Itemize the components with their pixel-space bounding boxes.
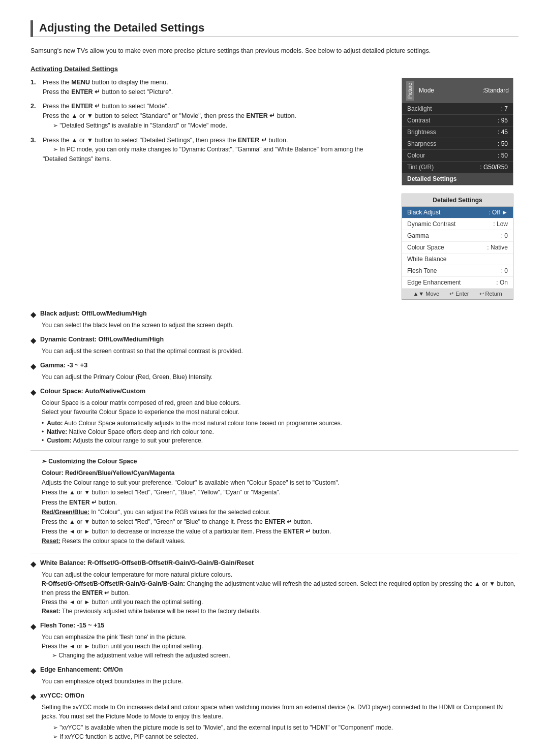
activating-heading: Activating Detailed Settings: [30, 65, 518, 73]
menu-row-tint: Tint (G/R): G50/R50: [402, 162, 513, 173]
main-layout: 1. Press the MENU button to display the …: [30, 78, 518, 300]
page-container: Adjusting the Detailed Settings Samsung'…: [30, 20, 518, 756]
diamond-icon-2: ◆: [30, 336, 36, 344]
intro-text: Samsung's new TVs allow you to make even…: [30, 46, 518, 56]
diamond-icon-7: ◆: [30, 667, 36, 675]
step-3-num: 3.: [30, 136, 39, 164]
picture-menu-box: Picture Mode :Standard Backlight: 7 Cont…: [402, 78, 513, 185]
detailed-row-gamma: Gamma: 0: [402, 230, 513, 242]
instructions: 1. Press the MENU button to display the …: [30, 78, 386, 300]
bullet-dynamic-contrast-header: ◆ Dynamic Contrast: Off/Low/Medium/High: [30, 336, 518, 344]
bullet-colour-space-header: ◆ Colour Space: Auto/Native/Custom: [30, 388, 518, 396]
colour-space-custom: Custom: Adjusts the colour range to suit…: [42, 437, 518, 444]
page-title: Adjusting the Detailed Settings: [30, 20, 518, 37]
detailed-menu-title: Detailed Settings: [402, 194, 513, 207]
menu-row-brightness: Brightness: 45: [402, 127, 513, 138]
step-2-num: 2.: [30, 102, 39, 130]
step-3: 3. Press the ▲ or ▼ button to select "De…: [30, 136, 386, 164]
step-1-num: 1.: [30, 78, 39, 97]
menu-mode-label: Mode: [417, 87, 479, 94]
bullet-black-adjust-body: You can select the black level on the sc…: [42, 321, 518, 330]
customizing-body: Colour: Red/Green/Blue/Yellow/Cyan/Magen…: [42, 468, 518, 547]
xvycc-notes: "xvYCC" is available when the picture mo…: [42, 723, 518, 741]
xvycc-note-2: If xvYCC function is active, PIP cannot …: [53, 732, 518, 741]
detailed-row-black: Black Adjust: Off ►: [402, 207, 513, 218]
bullet-gamma-header: ◆ Gamma: -3 ~ +3: [30, 362, 518, 370]
bullet-white-balance-body: You can adjust the colour temperature fo…: [42, 570, 518, 616]
bullet-colour-space: ◆ Colour Space: Auto/Native/Custom Colou…: [30, 388, 518, 444]
step-2-content: Press the ENTER ↵ button to select "Mode…: [43, 102, 296, 130]
menu-mode-value: :Standard: [482, 87, 509, 94]
menu-row-sharpness: Sharpness: 50: [402, 138, 513, 150]
bullet-xvycc: ◆ xvYCC: Off/On Setting the xvYCC mode t…: [30, 692, 518, 741]
diamond-icon-5: ◆: [30, 560, 36, 568]
bullet-colour-space-body: Colour Space is a colour matrix composed…: [42, 398, 518, 417]
diamond-icon-6: ◆: [30, 622, 36, 631]
separator-2: [30, 553, 518, 553]
step-2: 2. Press the ENTER ↵ button to select "M…: [30, 102, 386, 130]
customizing-section: Customizing the Colour Space Colour: Red…: [42, 457, 518, 547]
colour-space-subitems: Auto: Auto Colour Space automatically ad…: [42, 420, 518, 444]
bullet-gamma: ◆ Gamma: -3 ~ +3 You can adjust the Prim…: [30, 362, 518, 382]
detailed-menu-footer: ▲▼ Move ↵ Enter ↩ Return: [402, 289, 513, 299]
diamond-icon-4: ◆: [30, 388, 36, 396]
menu-row-detailed: Detailed Settings: [402, 173, 513, 185]
detailed-row-edge: Edge Enhancement: On: [402, 277, 513, 289]
detailed-menu-box: Detailed Settings Black Adjust: Off ► Dy…: [402, 194, 513, 300]
bullet-black-adjust: ◆ Black adjust: Off/Low/Medium/High You …: [30, 310, 518, 330]
step-2-note: "Detailed Settings" is available in "Sta…: [53, 122, 227, 129]
step-3-content: Press the ▲ or ▼ button to select "Detai…: [43, 136, 386, 164]
step-1-content: Press the MENU button to display the men…: [43, 78, 173, 97]
colour-space-native: Native: Native Colour Space offers deep …: [42, 428, 518, 435]
menu-row-backlight: Backlight: 7: [402, 103, 513, 115]
diamond-icon-8: ◆: [30, 692, 36, 701]
flesh-tone-note: Changing the adjustment value will refre…: [52, 652, 230, 659]
bullet-dynamic-contrast: ◆ Dynamic Contrast: Off/Low/Medium/High …: [30, 336, 518, 356]
detailed-row-whitebalance: White Balance: [402, 254, 513, 265]
step-3-note: In PC mode, you can only make changes to…: [43, 146, 363, 163]
detailed-row-dynamic: Dynamic Contrast: Low: [402, 218, 513, 230]
bullet-black-adjust-header: ◆ Black adjust: Off/Low/Medium/High: [30, 310, 518, 319]
step-1: 1. Press the MENU button to display the …: [30, 78, 386, 97]
diamond-icon: ◆: [30, 310, 36, 319]
picture-tab-label: Picture: [406, 81, 414, 101]
menu-row-contrast: Contrast: 95: [402, 115, 513, 127]
bullet-edge-enhancement-body: You can emphasize object boundaries in t…: [42, 677, 518, 686]
bullet-white-balance-header: ◆ White Balance: R-Offset/G-Offset/B-Off…: [30, 559, 518, 568]
colour-space-auto: Auto: Auto Colour Space automatically ad…: [42, 420, 518, 427]
bullet-edge-enhancement: ◆ Edge Enhancement: Off/On You can empha…: [30, 666, 518, 686]
bullet-flesh-tone-body: You can emphasize the pink 'flesh tone' …: [42, 633, 518, 660]
bullet-flesh-tone: ◆ Flesh Tone: -15 ~ +15 You can emphasiz…: [30, 622, 518, 660]
bullet-white-balance: ◆ White Balance: R-Offset/G-Offset/B-Off…: [30, 559, 518, 616]
content-section: ◆ Black adjust: Off/Low/Medium/High You …: [30, 310, 518, 741]
picture-menu-header: Picture Mode :Standard: [402, 78, 513, 103]
bullet-xvycc-body: Setting the xvYCC mode to On increases d…: [42, 703, 518, 721]
bullet-dynamic-contrast-body: You can adjust the screen contrast so th…: [42, 346, 518, 356]
detailed-row-flesh: Flesh Tone: 0: [402, 265, 513, 277]
menu-row-colour: Colour: 50: [402, 150, 513, 162]
diamond-icon-3: ◆: [30, 362, 36, 370]
separator: [30, 450, 518, 451]
bullet-xvycc-header: ◆ xvYCC: Off/On: [30, 692, 518, 701]
detailed-row-colourspace: Colour Space: Native: [402, 242, 513, 254]
customizing-title: Customizing the Colour Space: [42, 457, 518, 466]
bullet-edge-enhancement-header: ◆ Edge Enhancement: Off/On: [30, 666, 518, 675]
menu-screenshots: Picture Mode :Standard Backlight: 7 Cont…: [402, 78, 518, 300]
bullet-gamma-body: You can adjust the Primary Colour (Red, …: [42, 372, 518, 382]
bullet-flesh-tone-header: ◆ Flesh Tone: -15 ~ +15: [30, 622, 518, 631]
xvycc-note-1: "xvYCC" is available when the picture mo…: [53, 723, 518, 732]
